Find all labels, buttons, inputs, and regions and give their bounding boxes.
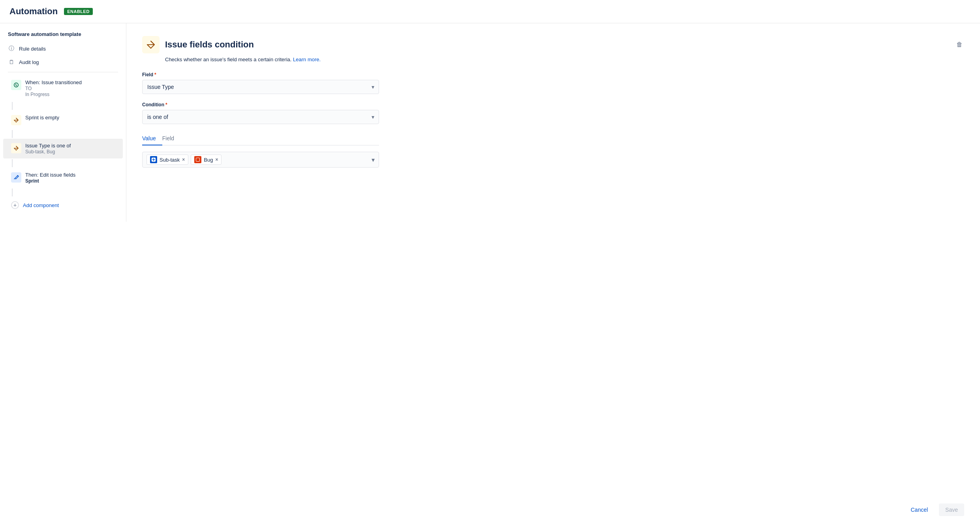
sprint-condition-title: Sprint is empty bbox=[25, 115, 59, 121]
field-required-star: * bbox=[154, 72, 156, 77]
field-select[interactable]: Issue Type bbox=[142, 80, 379, 94]
clipboard-icon: 🗒 bbox=[8, 58, 15, 66]
connector-line-4 bbox=[12, 188, 13, 196]
subtask-tag-label: Sub-task bbox=[160, 157, 180, 163]
field-select-wrapper: Issue Type ▾ bbox=[142, 80, 379, 94]
trigger-icon bbox=[11, 80, 21, 90]
issue-type-condition-subtitle: Sub-task, Bug bbox=[25, 149, 71, 155]
form-section: Field * Issue Type ▾ Condition * bbox=[142, 72, 379, 168]
condition-group: Condition * is one of ▾ bbox=[142, 102, 379, 124]
sidebar-component-issue-type-condition[interactable]: Issue Type is one of Sub-task, Bug bbox=[3, 139, 123, 158]
tags-dropdown-icon[interactable]: ▾ bbox=[372, 156, 375, 164]
connector-line-2 bbox=[12, 130, 13, 138]
condition-select-wrapper: is one of ▾ bbox=[142, 110, 379, 124]
bug-tag-remove[interactable]: × bbox=[215, 157, 218, 162]
trigger-title: When: Issue transitioned bbox=[25, 79, 82, 85]
tab-value[interactable]: Value bbox=[142, 132, 162, 145]
condition-title: Issue fields condition bbox=[165, 40, 949, 50]
add-component-circle-icon: + bbox=[11, 201, 19, 209]
issue-type-condition-title: Issue Type is one of bbox=[25, 143, 71, 149]
sidebar-item-rule-details[interactable]: ⓘ Rule details bbox=[0, 42, 126, 55]
sprint-condition-icon bbox=[11, 115, 21, 125]
field-group: Field * Issue Type ▾ bbox=[142, 72, 379, 94]
svg-rect-2 bbox=[196, 158, 199, 161]
learn-more-link[interactable]: Learn more. bbox=[293, 57, 321, 62]
then-action-subtitle: Sprint bbox=[25, 178, 75, 184]
condition-header: Issue fields condition 🗑 bbox=[142, 36, 964, 53]
field-label: Field * bbox=[142, 72, 379, 77]
footer-actions: Cancel Save bbox=[126, 496, 980, 524]
issue-type-condition-icon bbox=[11, 143, 21, 153]
condition-label: Condition * bbox=[142, 102, 379, 107]
bug-tag-icon bbox=[194, 156, 201, 163]
tag-bug: Bug × bbox=[191, 155, 222, 165]
condition-icon-box bbox=[142, 36, 160, 53]
subtask-tag-icon bbox=[150, 156, 157, 163]
sidebar-component-sprint-condition[interactable]: Sprint is empty bbox=[3, 111, 123, 129]
condition-required-star: * bbox=[165, 102, 167, 107]
enabled-badge: ENABLED bbox=[64, 8, 93, 15]
main-content: Issue fields condition 🗑 Checks whether … bbox=[126, 23, 980, 222]
value-field-tabs: Value Field bbox=[142, 132, 379, 145]
cancel-button[interactable]: Cancel bbox=[904, 503, 934, 516]
trigger-subtitle-prefix: TO bbox=[25, 86, 82, 91]
tags-input[interactable]: Sub-task × Bug × ▾ bbox=[142, 152, 379, 168]
add-component-button[interactable]: + Add component bbox=[3, 197, 123, 213]
add-component-label: Add component bbox=[23, 202, 59, 208]
sidebar: Software automation template ⓘ Rule deta… bbox=[0, 23, 126, 222]
bug-tag-label: Bug bbox=[204, 157, 213, 163]
sidebar-divider bbox=[8, 72, 118, 72]
sidebar-component-when-trigger[interactable]: When: Issue transitioned TO In Progress bbox=[3, 75, 123, 101]
save-button[interactable]: Save bbox=[939, 503, 964, 516]
info-icon: ⓘ bbox=[8, 45, 15, 52]
sidebar-item-audit-log-label: Audit log bbox=[19, 59, 39, 65]
tab-field[interactable]: Field bbox=[162, 132, 180, 145]
condition-description: Checks whether an issue's field meets a … bbox=[142, 57, 964, 62]
then-action-title: Then: Edit issue fields bbox=[25, 172, 75, 178]
sidebar-item-rule-details-label: Rule details bbox=[19, 46, 46, 52]
trigger-subtitle: In Progress bbox=[25, 92, 82, 97]
sidebar-item-audit-log[interactable]: 🗒 Audit log bbox=[0, 55, 126, 69]
connector-line-3 bbox=[12, 159, 13, 167]
sidebar-component-then-action[interactable]: Then: Edit issue fields Sprint bbox=[3, 168, 123, 188]
subtask-tag-remove[interactable]: × bbox=[182, 157, 185, 162]
connector-line-1 bbox=[12, 102, 13, 110]
delete-icon[interactable]: 🗑 bbox=[955, 40, 964, 50]
condition-select[interactable]: is one of bbox=[142, 110, 379, 124]
tag-subtask: Sub-task × bbox=[146, 155, 188, 165]
then-action-icon bbox=[11, 172, 21, 183]
sidebar-template-label: Software automation template bbox=[0, 31, 126, 42]
page-title: Automation bbox=[9, 6, 58, 17]
